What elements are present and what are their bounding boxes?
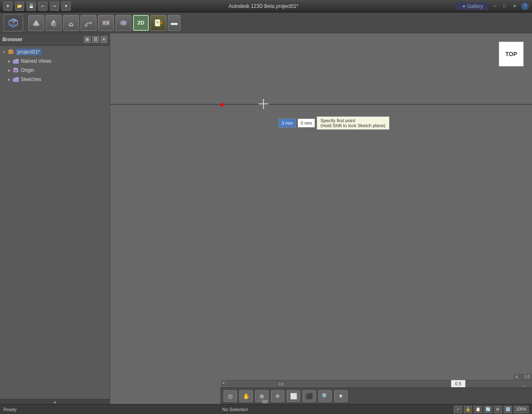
sketch-tooltip: Specify first point (Hold Shift to lock … [317,116,389,130]
maximize-button[interactable]: □ [501,3,508,9]
tree-item-origin[interactable]: ▶ Origin [0,66,110,75]
svg-rect-26 [13,78,19,82]
cursor-crosshair [259,99,268,109]
sketches-label: Sketches [21,76,41,82]
status-lock-icon[interactable]: 🔒 [464,406,472,413]
browser-panel: Browser ⊞ ☰ ✕ ▼ [0,33,110,404]
zoom-button[interactable]: 🔍 [318,390,332,402]
status-number-icon[interactable]: 🔢 [504,406,512,413]
sketch-button[interactable] [150,15,166,31]
content-area: Browser ⊞ ☰ ✕ ▼ [0,33,532,404]
tooltip-line1: Specify first point [320,118,386,123]
folder-icon-named-views [12,58,19,64]
app-title: Autodesk 123D Beta project01* [71,3,456,9]
gallery-button[interactable]: ◄ Gallery [456,2,488,10]
more-button[interactable]: ▼ [62,2,71,11]
undo-button[interactable]: ↩ [38,2,47,11]
primitives-button[interactable] [28,15,44,31]
sketch-start-point [220,103,224,106]
main-toolbar: 2D ▬ [0,12,532,33]
tooltip-line2: (Hold Shift to lock Sketch plane) [320,123,386,128]
ruler-zoom-value: 1:0 [517,374,532,380]
grid-lines [220,105,532,371]
arrow-left-icon: ◄ [461,4,466,8]
svg-marker-18 [160,21,163,25]
tree-item-project[interactable]: ▼ project01* [0,47,110,57]
horizontal-ruler: 0 3.5 [220,380,532,387]
browser-header: Browser ⊞ ☰ ✕ [0,33,110,46]
viewport[interactable]: TOP Specify first point (Hold Shift to l… [110,33,532,404]
sweep-button[interactable] [81,15,96,31]
display-mode-button[interactable]: ⬛ [303,390,316,402]
toolbar-close-button[interactable]: ✕ [221,380,227,387]
svg-marker-2 [9,19,13,23]
tree-arrow-named-views: ▶ [7,59,12,64]
status-check-icon[interactable]: ✓ [454,406,462,413]
svg-marker-1 [13,19,17,23]
svg-marker-23 [13,68,18,69]
tree-arrow-origin: ▶ [7,68,12,73]
status-center: No Selection [222,407,248,412]
2d-view-button[interactable]: 2D [133,15,149,31]
redo-button[interactable]: ↪ [50,2,59,11]
tree-item-named-views[interactable]: ▶ Named Views [0,57,110,66]
titlebar: ▼ 📂 💾 ↩ ↪ ▼ Autodesk 123D Beta project01… [0,0,532,12]
svg-rect-19 [8,50,13,54]
svg-marker-20 [8,49,13,50]
browser-tree: ▼ project01* ▶ [0,46,110,399]
browser-scroll[interactable]: ▲ [0,399,110,404]
status-clipboard-icon[interactable]: 📋 [474,406,482,413]
open-button[interactable]: 📂 [15,2,24,11]
gallery-label: Gallery [467,3,483,9]
titlebar-right: ◄ Gallery ─ □ ✕ ? [456,2,529,10]
browser-grid-icon[interactable]: ⊞ [84,36,91,43]
folder-icon-sketches [12,76,19,83]
browser-list-icon[interactable]: ☰ [92,36,99,43]
coordinate-input-overlay: Specify first point (Hold Shift to lock … [278,116,389,130]
more-toolbar-button[interactable]: ▬ [168,15,180,31]
project-icon [7,49,14,55]
tree-item-sketches[interactable]: ▶ Sketches [0,75,110,84]
scroll-handle[interactable] [262,400,268,403]
bottom-toolbar: ◎ ✋ ⊕ ✛ ⬜ ⬛ 🔍 ▼ [220,387,532,404]
project-label: project01* [16,49,42,55]
close-button[interactable]: ✕ [511,3,518,9]
split-button[interactable] [98,15,114,31]
svg-point-14 [122,20,127,25]
help-button[interactable]: ? [521,2,529,10]
svg-rect-10 [103,21,106,25]
browser-close-icon[interactable]: ✕ [101,36,107,43]
statusbar: Ready No Selection ✓ 🔒 📋 🔄 ⚙ 🔢 100% [0,404,532,414]
tree-arrow-project: ▼ [2,49,7,54]
svg-rect-11 [106,21,109,25]
3d-view-button[interactable] [3,14,23,32]
orbit-button[interactable]: ◎ [224,390,237,402]
zoom-more-button[interactable]: ▼ [334,390,347,402]
titlebar-left: ▼ 📂 💾 ↩ ↪ ▼ [3,2,71,11]
combine-button[interactable] [116,15,131,31]
zoom-window-button[interactable]: ✛ [271,390,284,402]
bottom-value-display: 0.5 [449,380,466,387]
svg-rect-21 [13,60,19,64]
status-percent-icon[interactable]: 100% [514,406,529,413]
status-sync-icon[interactable]: 🔄 [484,406,492,413]
minimize-button[interactable]: ─ [491,3,498,9]
revolve-button[interactable] [63,15,79,31]
status-settings-icon[interactable]: ⚙ [494,406,502,413]
svg-marker-3 [9,23,17,27]
save-button[interactable]: 💾 [27,2,36,11]
main-area: 2D ▬ Browser ⊞ ☰ ✕ [0,12,532,414]
svg-rect-9 [85,24,87,27]
status-left: Ready [3,407,17,412]
pan-button[interactable]: ✋ [239,390,253,402]
x-coordinate-input[interactable] [278,118,296,128]
named-views-label: Named Views [21,58,52,64]
origin-label: Origin [21,67,34,73]
browser-header-icons: ⊞ ☰ ✕ [84,36,107,43]
extrude-button[interactable] [46,15,62,31]
y-coordinate-input[interactable] [298,118,315,128]
tree-arrow-sketches: ▶ [7,77,12,82]
view-cube-button[interactable]: ⬜ [287,390,300,402]
bottom-input-value[interactable]: 0.5 [451,380,466,387]
app-menu-button[interactable]: ▼ [3,2,12,11]
